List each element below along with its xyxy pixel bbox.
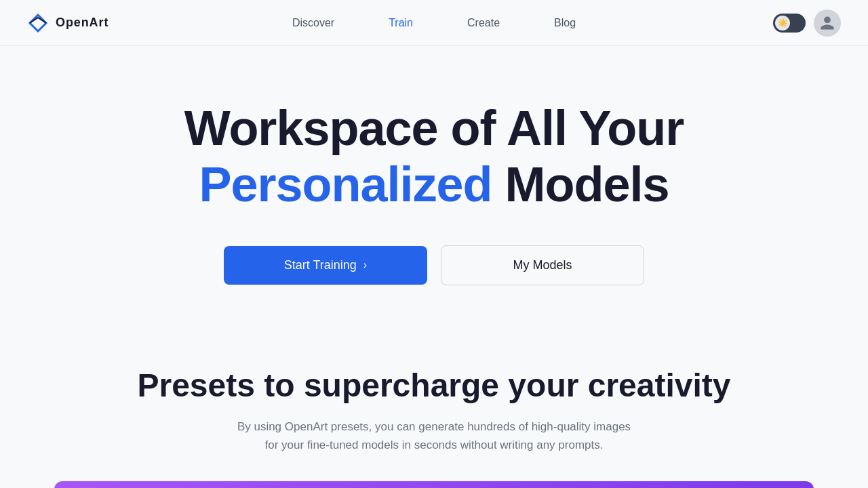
- logo-icon: [27, 12, 49, 34]
- logo-text: OpenArt: [56, 16, 108, 30]
- hero-title-highlight: Personalized: [199, 157, 492, 211]
- avatar[interactable]: [814, 9, 841, 37]
- my-models-label: My Models: [513, 258, 572, 272]
- navbar: OpenArt Discover Train Create Blog ☀️: [0, 0, 868, 46]
- theme-toggle-knob: ☀️: [775, 16, 790, 30]
- presets-subtitle-line1: By using OpenArt presets, you can genera…: [237, 420, 631, 433]
- chevron-right-icon: ›: [363, 259, 367, 271]
- navbar-right: ☀️: [773, 9, 841, 37]
- nav-links: Discover Train Create Blog: [292, 17, 576, 29]
- nav-blog[interactable]: Blog: [554, 17, 576, 29]
- presets-section: Presets to supercharge your creativity B…: [0, 326, 868, 488]
- my-models-button[interactable]: My Models: [441, 245, 644, 285]
- nav-discover[interactable]: Discover: [292, 17, 334, 29]
- start-training-button[interactable]: Start Training ›: [224, 246, 427, 285]
- presets-subtitle-line2: for your fine-tuned models in seconds wi…: [265, 439, 604, 451]
- start-training-label: Start Training: [284, 258, 357, 272]
- hero-section: Workspace of All Your Personalized Model…: [0, 46, 868, 326]
- hero-buttons: Start Training › My Models: [224, 245, 644, 285]
- presets-subtitle: By using OpenArt presets, you can genera…: [197, 418, 671, 454]
- hero-title-line2: Models: [505, 157, 669, 211]
- nav-create[interactable]: Create: [467, 17, 500, 29]
- hero-title-line1: Workspace of All Your: [184, 101, 684, 155]
- preview-bar: [54, 481, 814, 488]
- presets-title: Presets to supercharge your creativity: [27, 367, 841, 404]
- nav-train[interactable]: Train: [389, 17, 413, 29]
- logo-area: OpenArt: [27, 12, 108, 34]
- hero-title: Workspace of All Your Personalized Model…: [184, 100, 684, 213]
- theme-toggle[interactable]: ☀️: [773, 14, 806, 33]
